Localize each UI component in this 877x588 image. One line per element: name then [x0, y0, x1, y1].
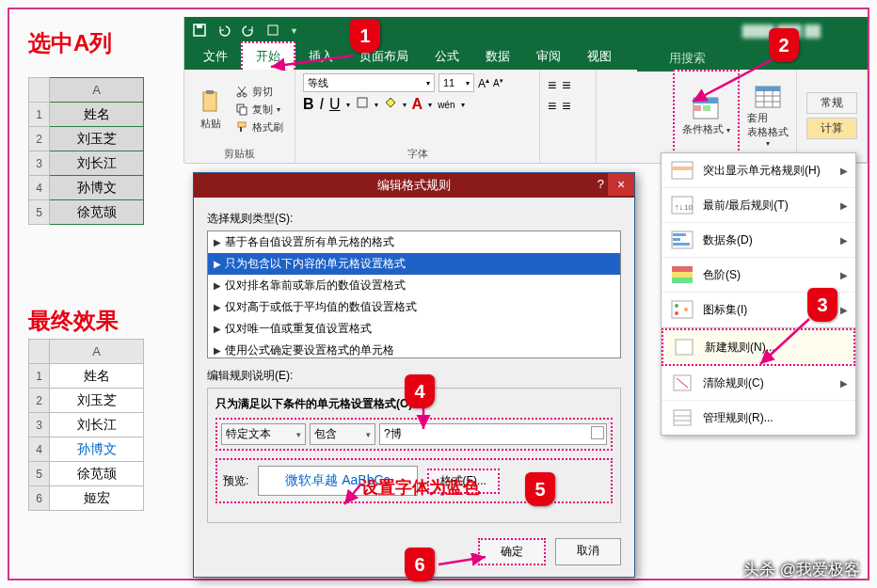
svg-rect-32 — [672, 278, 693, 283]
topbottom-icon: ↑↓10 — [671, 196, 694, 215]
clear-icon — [671, 373, 694, 392]
rule-option[interactable]: ▶仅对唯一值或重复值设置格式 — [208, 318, 620, 340]
svg-rect-10 — [358, 98, 367, 107]
rule-option[interactable]: ▶仅对高于或低于平均值的数值设置格式 — [208, 296, 620, 318]
rule-option[interactable]: ▶基于各自值设置所有单元格的格式 — [208, 231, 620, 253]
conditional-formatting-button[interactable]: 条件格式 ▾ — [673, 70, 740, 162]
fill-color-button[interactable] — [384, 96, 397, 113]
font-size-combo[interactable]: 11▾ — [438, 73, 474, 92]
title-bar-right: ████ ███ ██ — [637, 17, 868, 45]
format-painter-button[interactable]: 格式刷 — [233, 119, 285, 135]
align-left-icon[interactable]: ≡ — [548, 98, 556, 115]
save-icon[interactable] — [192, 23, 207, 40]
preview-box: 微软卓越 AaBbCc — [258, 466, 417, 496]
shrink-font-icon[interactable]: A▾ — [493, 77, 503, 88]
format-button[interactable]: 格式(F)... — [427, 469, 500, 494]
align-middle-icon[interactable]: ≡ — [562, 77, 570, 94]
rule-type-list[interactable]: ▶基于各自值设置所有单元格的格式 ▶只为包含以下内容的单元格设置格式 ▶仅对排名… — [207, 230, 621, 358]
rule-option-selected[interactable]: ▶只为包含以下内容的单元格设置格式 — [208, 253, 620, 275]
cf-icon-sets[interactable]: 图标集(I)▶ — [662, 293, 855, 327]
align-center-icon[interactable]: ≡ — [562, 98, 570, 115]
rule-option[interactable]: ▶使用公式确定要设置格式的单元格 — [208, 340, 620, 358]
table-format-icon — [754, 85, 782, 109]
iconset-icon — [671, 300, 694, 319]
watermark: 头杀 @我爱极客 — [743, 559, 860, 580]
cf-data-bars[interactable]: 数据条(D)▶ — [662, 223, 855, 258]
tab-page-layout[interactable]: 页面布局 — [346, 43, 422, 70]
tab-formulas[interactable]: 公式 — [422, 43, 472, 70]
svg-rect-33 — [672, 301, 693, 318]
font-name-combo[interactable]: 等线▾ — [303, 73, 435, 92]
cell[interactable]: 姓名 — [50, 103, 144, 127]
close-icon[interactable]: × — [608, 173, 634, 196]
svg-rect-28 — [673, 238, 680, 241]
preview-label: 预览: — [223, 473, 248, 489]
tab-data[interactable]: 数据 — [472, 43, 523, 70]
svg-rect-12 — [694, 98, 718, 103]
col-header-a[interactable]: A — [50, 78, 144, 103]
cf-manage-rules[interactable]: 管理规则(R)... — [662, 401, 855, 435]
cell-styles[interactable]: 常规 计算 — [797, 70, 868, 162]
conditional-format-menu: 突出显示单元格规则(H)▶ ↑↓10最前/最后规则(T)▶ 数据条(D)▶ 色阶… — [661, 152, 856, 436]
align-top-icon[interactable]: ≡ — [548, 77, 556, 94]
cf-top-bottom-rules[interactable]: ↑↓10最前/最后规则(T)▶ — [662, 188, 855, 223]
cell-formatted[interactable]: 孙博文 — [50, 437, 144, 462]
svg-rect-3 — [203, 92, 216, 111]
cf-clear-rules[interactable]: 清除规则(C)▶ — [662, 366, 855, 401]
cancel-button[interactable]: 取消 — [555, 538, 621, 565]
conditional-format-icon — [692, 96, 720, 120]
italic-button[interactable]: I — [320, 96, 324, 113]
cut-button[interactable]: 剪切 — [233, 84, 285, 100]
qat-item-icon[interactable] — [265, 23, 280, 40]
condition-type-combo[interactable]: 特定文本▾ — [221, 423, 306, 445]
bold-button[interactable]: B — [303, 96, 314, 113]
svg-point-35 — [675, 311, 678, 315]
paste-button[interactable]: 粘贴 — [192, 87, 230, 133]
svg-rect-2 — [268, 25, 278, 35]
tab-file[interactable]: 文件 — [190, 43, 241, 70]
range-selector-icon[interactable] — [591, 426, 604, 439]
help-icon[interactable]: ? — [598, 177, 604, 191]
undo-icon[interactable] — [216, 23, 231, 40]
cell[interactable]: 姓名 — [50, 364, 144, 389]
alignment-group: ≡≡ ≡≡ — [540, 70, 597, 163]
condition-value-input[interactable]: ?博 — [379, 423, 607, 445]
font-color-button[interactable]: A — [412, 96, 423, 113]
brush-icon — [235, 120, 248, 134]
cell[interactable]: 刘长江 — [50, 151, 144, 176]
grow-font-icon[interactable]: A▴ — [478, 76, 489, 90]
search-box[interactable]: 用搜索 — [637, 45, 868, 72]
cut-icon — [235, 85, 248, 98]
tab-insert[interactable]: 插入 — [295, 43, 346, 70]
cell[interactable]: 姬宏 — [50, 486, 144, 511]
group-title: 字体 — [303, 147, 532, 161]
cell[interactable]: 徐苋颉 — [50, 200, 144, 225]
tab-review[interactable]: 审阅 — [523, 43, 574, 70]
cell[interactable]: 刘长江 — [50, 413, 144, 437]
cf-highlight-rules[interactable]: 突出显示单元格规则(H)▶ — [662, 153, 855, 188]
cell[interactable]: 孙博文 — [50, 176, 144, 200]
svg-point-36 — [684, 308, 688, 311]
highlight-icon — [671, 161, 694, 180]
underline-button[interactable]: U — [329, 96, 341, 113]
format-as-table-button[interactable]: 套用 表格格式▾ — [740, 70, 797, 162]
chevron-down-icon[interactable]: ▼ — [290, 26, 298, 36]
tab-home[interactable]: 开始 — [241, 41, 295, 70]
rule-option[interactable]: ▶仅对排名靠前或靠后的数值设置格式 — [208, 275, 620, 296]
tab-view[interactable]: 视图 — [574, 43, 625, 70]
svg-rect-13 — [694, 105, 701, 111]
redo-icon[interactable] — [241, 23, 256, 40]
cell[interactable]: 刘玉芝 — [50, 389, 144, 413]
col-header-a[interactable]: A — [50, 340, 144, 364]
ok-button[interactable]: 确定 — [478, 538, 546, 565]
cell[interactable]: 徐苋颉 — [50, 462, 144, 486]
phonetic-button[interactable]: wén — [438, 100, 454, 110]
copy-button[interactable]: 复制 ▾ — [233, 102, 285, 118]
svg-rect-29 — [673, 243, 690, 246]
condition-op-combo[interactable]: 包含▾ — [310, 423, 375, 445]
cf-new-rule[interactable]: 新建规则(N)... — [662, 328, 855, 366]
cell[interactable]: 刘玉芝 — [50, 127, 144, 151]
svg-rect-9 — [238, 122, 246, 127]
cf-color-scales[interactable]: 色阶(S)▶ — [662, 258, 855, 293]
border-button[interactable] — [356, 96, 369, 113]
